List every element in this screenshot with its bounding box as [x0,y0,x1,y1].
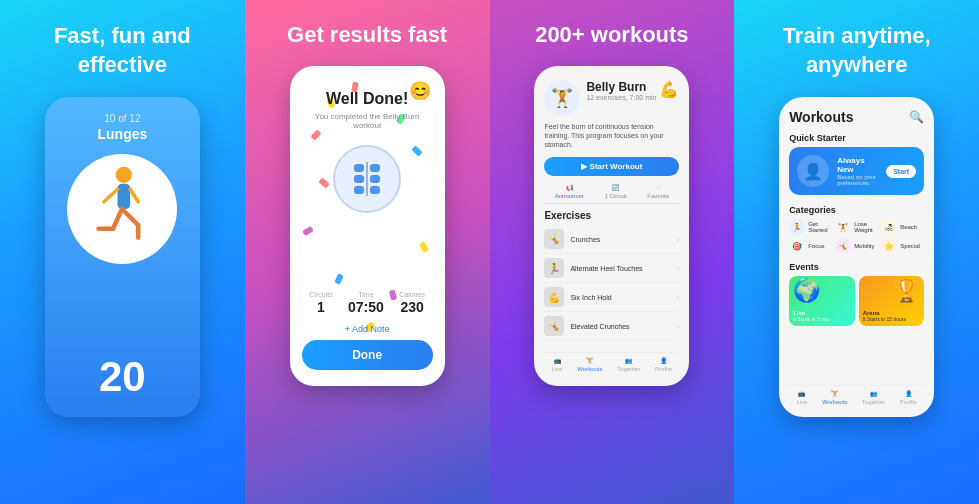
svg-rect-9 [354,164,364,172]
panel4-headline: Train anytime, anywhere [750,22,963,79]
svg-rect-12 [370,175,380,183]
qs-start-button[interactable]: Start [886,165,916,178]
cat-mobility[interactable]: 🤸 Mobility [835,238,878,254]
svg-line-3 [130,189,138,202]
bottom-tabs-4: 📺Live 🏋Workouts 👥Together 👤Profile [789,385,924,405]
trophy-icon: 🏆 [893,278,920,304]
workout-tabs: 📢 Announcer 🔄 1 Circuit ♡ Favorite [544,184,679,204]
cat-beach[interactable]: 🏖 Beach [881,219,924,235]
workout-header: 🏋 Belly Burn 12 exercises, 7:00 min 💪 [544,80,679,116]
list-item[interactable]: 💪 Six Inch Hold › [544,283,679,312]
muscle-badge: 💪 [659,80,679,99]
panel-fast-fun-effective: Fast, fun and effective 10 of 12 Lunges [0,0,245,504]
categories-grid: 🏃 Get Started 🏋 Lose Weight 🏖 Beach 🎯 Fo… [789,219,924,254]
svg-line-2 [104,189,118,202]
phone-card-2: 😊 Well Done! You completed the Belly Bur… [290,66,445,386]
cat-icon-mobility: 🤸 [835,238,851,254]
circuits-stat: Circuits 1 [309,291,332,316]
qs-avatar: 👤 [797,155,829,187]
qs-text: Always New Based on your preferences. [837,156,878,186]
panel3-headline: 200+ workouts [535,22,688,48]
event-live[interactable]: 🌍 Live It Starts in 5 min [789,276,855,326]
cat-icon-focus: 🎯 [789,238,805,254]
cat-special[interactable]: ⭐ Special [881,238,924,254]
cat-get-started[interactable]: 🏃 Get Started [789,219,832,235]
events-row: 🌍 Live It Starts in 5 min 🏆 Arena It Sta… [789,276,924,326]
panel1-headline: Fast, fun and effective [16,22,229,79]
phone-card-4: Workouts 🔍 Quick Starter 👤 Always New Ba… [779,97,934,417]
bottom-tab-workouts[interactable]: 🏋Workouts [577,357,602,372]
cat-lose-weight[interactable]: 🏋 Lose Weight [835,219,878,235]
stats-row: Circuits 1 Time 07:50 Calories 230 [302,291,433,316]
list-item[interactable]: 🤸 Elevated Crunches › [544,312,679,341]
exercise-thumb-hold: 💪 [544,287,564,307]
workouts-title: Workouts [789,109,853,125]
add-note[interactable]: + Add Note [345,324,390,334]
list-item[interactable]: 🏃 Alternate Heel Touches › [544,254,679,283]
panel-train-anytime: Train anytime, anywhere Workouts 🔍 Quick… [734,0,979,504]
bottom-tab4-profile[interactable]: 👤Profile [900,390,917,405]
emoji-face: 😊 [409,80,431,102]
quick-starter-card[interactable]: 👤 Always New Based on your preferences. … [789,147,924,195]
qs-sub: Based on your preferences. [837,174,878,186]
abs-icon [332,144,402,214]
cat-icon-lose-weight: 🏋 [835,219,851,235]
panel2-headline: Get results fast [287,22,447,48]
workout-info: Belly Burn 12 exercises, 7:00 min [586,80,659,101]
svg-rect-10 [370,164,380,172]
exercise-name: Lunges [97,126,147,142]
svg-rect-1 [118,184,131,209]
bottom-tab-profile[interactable]: 👤Profile [655,357,672,372]
categories-label: Categories [789,205,924,215]
bottom-tab4-together[interactable]: 👥Together [862,390,885,405]
qs-title: Always New [837,156,878,174]
cat-focus[interactable]: 🎯 Focus [789,238,832,254]
svg-line-6 [122,209,138,225]
tab-favorite[interactable]: ♡ Favorite [647,184,669,199]
exercise-thumb-elevated: 🤸 [544,316,564,336]
event-arena[interactable]: 🏆 Arena It Starts in 15 hours [859,276,925,326]
panel-get-results-fast: Get results fast 😊 Well Done! You comple… [245,0,490,504]
tab-announcer[interactable]: 📢 Announcer [555,184,584,199]
bottom-tabs: 📺Live 🏋Workouts 👥Together 👤Profile [544,352,679,372]
rep-count: 20 [99,353,146,401]
figure-circle [67,154,177,264]
search-icon[interactable]: 🔍 [909,110,924,124]
bottom-tab4-live[interactable]: 📺Live [796,390,807,405]
globe-icon: 🌍 [793,278,820,304]
cat-icon-beach: 🏖 [881,219,897,235]
tab-1circuit[interactable]: 🔄 1 Circuit [605,184,627,199]
welldone-subtitle: You completed the Belly Burn workout [302,112,433,130]
lunges-figure [82,164,162,254]
quick-starter-label: Quick Starter [789,133,924,143]
svg-point-0 [116,167,132,183]
cat-icon-get-started: 🏃 [789,219,805,235]
workout-icon: 🏋 [544,80,580,116]
list-item[interactable]: 🤸 Crunches › [544,225,679,254]
phone-card-3: 🏋 Belly Burn 12 exercises, 7:00 min 💪 Fe… [534,66,689,386]
bottom-tab-live[interactable]: 📺Live [552,357,563,372]
svg-rect-13 [354,186,364,194]
svg-rect-14 [370,186,380,194]
calories-stat: Calories 230 [399,291,425,316]
bottom-tab-together[interactable]: 👥Together [617,357,640,372]
svg-rect-11 [354,175,364,183]
exercise-thumb-crunches: 🤸 [544,229,564,249]
events-label: Events [789,262,924,272]
phone-card-1: 10 of 12 Lunges 20 [45,97,200,417]
welldone-title: Well Done! [326,90,408,108]
done-button[interactable]: Done [302,340,433,370]
start-workout-button[interactable]: ▶ Start Workout [544,157,679,176]
workout-subtitle: 12 exercises, 7:00 min [586,94,659,101]
exercise-counter: 10 of 12 [104,113,140,124]
time-stat: Time 07:50 [348,291,384,316]
svg-line-4 [113,209,122,229]
workout-title: Belly Burn [586,80,659,94]
bottom-tab4-workouts[interactable]: 🏋Workouts [822,390,847,405]
app-header: Workouts 🔍 [789,109,924,125]
exercise-thumb-heel: 🏃 [544,258,564,278]
workout-desc: Feel the burn of continuous tension trai… [544,122,679,149]
exercises-section-title: Exercises [544,210,679,221]
cat-icon-special: ⭐ [881,238,897,254]
panel-200-workouts: 200+ workouts 🏋 Belly Burn 12 exercises,… [490,0,735,504]
